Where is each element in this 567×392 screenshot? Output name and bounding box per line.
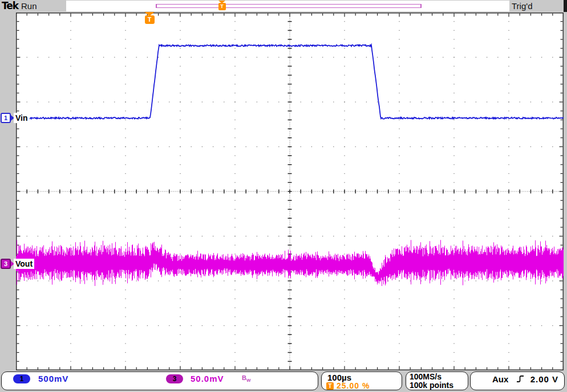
timebase-readout-box[interactable]: 100µs T 25.00 % — [321, 371, 402, 390]
record-view-bar[interactable] — [156, 4, 422, 8]
trigger-readout-box[interactable]: Aux 2.00 V — [470, 371, 565, 390]
channel1-scale: 500mV — [38, 374, 68, 383]
channel3-scale: 50.0mV — [191, 374, 224, 383]
top-status-bar: Tek Run T Trig'd — [0, 0, 567, 12]
trigger-position-line: T 25.00 % — [326, 381, 370, 390]
tek-logo: Tek — [2, 0, 18, 11]
sample-rate: 100MS/s — [406, 372, 468, 381]
trigger-position-readout: 25.00 % — [337, 381, 370, 390]
bw-subscript: W — [246, 378, 251, 383]
channel1-label[interactable]: Vin — [14, 113, 30, 123]
trigger-position-marker[interactable]: T — [144, 12, 155, 24]
oscilloscope-screen: Tek Run T Trig'd T 1 Vin 3 Vout 1 500mV … — [0, 0, 567, 392]
acquisition-status: Run — [21, 1, 37, 11]
channel3-badge: 3 — [1, 259, 11, 269]
record-length: 100k points — [406, 381, 468, 390]
trigger-t-icon: T — [326, 382, 334, 390]
waveform-display[interactable] — [16, 13, 564, 370]
trigger-status: Trig'd — [512, 1, 532, 11]
acquisition-readout-box[interactable]: 100MS/s 100k points — [406, 371, 468, 390]
bandwidth-limit-icon: BW — [242, 374, 251, 383]
channel3-badge: 3 — [166, 374, 183, 383]
trigger-level: 2.00 V — [530, 374, 558, 384]
channel-readout-box[interactable]: 1 500mV 3 50.0mV BW — [1, 371, 318, 390]
trigger-source: Aux — [492, 374, 508, 384]
channel3-label[interactable]: Vout — [14, 259, 34, 269]
trigger-t-icon: T — [218, 3, 226, 10]
screen-corner — [564, 0, 567, 12]
channel1-badge: 1 — [1, 113, 11, 123]
trigger-t-icon: T — [145, 15, 155, 24]
readout-bar: 1 500mV 3 50.0mV BW 100µs T 25.00 % 100M… — [0, 370, 567, 392]
rising-edge-icon — [516, 375, 524, 383]
channel1-badge: 1 — [13, 374, 30, 383]
record-view-area: T — [66, 1, 509, 11]
record-trigger-marker[interactable]: T — [218, 1, 226, 10]
bw-letter: B — [242, 374, 246, 381]
